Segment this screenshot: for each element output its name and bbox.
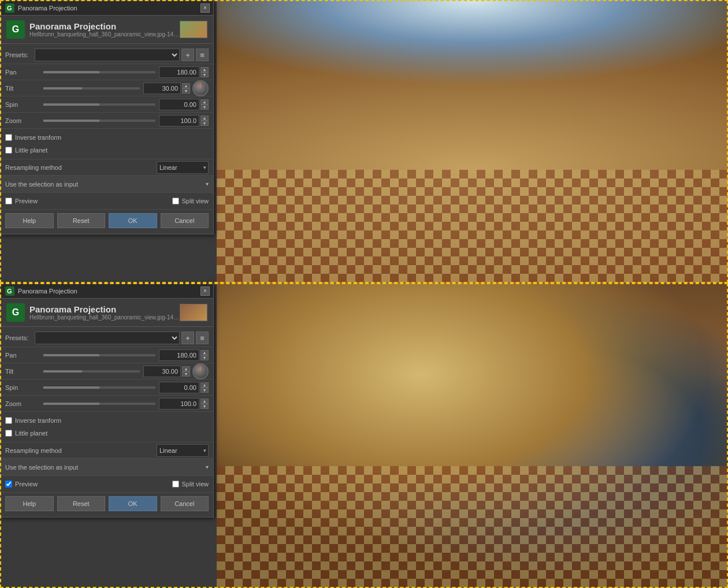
top-splitview-label: Split view (182, 198, 209, 204)
top-header-icon: G (6, 20, 25, 39)
top-spin-up[interactable]: ▲ (200, 99, 209, 105)
bottom-pan-value[interactable] (159, 349, 199, 361)
bottom-presets-add[interactable]: + (181, 332, 194, 344)
bottom-pan-fill (43, 354, 99, 356)
floor-pattern-bottom (217, 466, 728, 588)
bottom-planet-label: Little planet (15, 430, 47, 437)
bottom-zoom-up[interactable]: ▲ (200, 399, 209, 404)
bottom-pan-up[interactable]: ▲ (200, 350, 209, 355)
bottom-spin-track[interactable] (43, 386, 155, 389)
top-inverse-checkbox[interactable] (5, 134, 12, 141)
top-zoom-down[interactable]: ▼ (200, 121, 209, 126)
bottom-help-button[interactable]: Help (5, 496, 54, 511)
bottom-tilt-row: Tilt ▲ ▼ (1, 363, 213, 379)
bottom-ok-button[interactable]: OK (109, 496, 157, 511)
top-pan-down[interactable]: ▼ (200, 72, 209, 77)
bottom-presets-select[interactable] (35, 332, 180, 344)
bottom-spin-value[interactable] (159, 382, 199, 393)
bottom-pan-row: Pan ▲ ▼ (1, 347, 213, 363)
bottom-planet-row: Little planet (1, 427, 213, 440)
bottom-dialog-body: Presets: + ≡ Pan ▲ ▼ Tilt (1, 327, 213, 517)
top-tilt-up[interactable]: ▲ (182, 83, 190, 88)
bottom-zoom-fill (43, 403, 99, 405)
top-tilt-dial[interactable] (192, 80, 209, 96)
top-resampling-row: Resampling method Linear Cubic Lanczos ▾ (1, 159, 213, 176)
bottom-splitview-checkbox[interactable] (172, 481, 179, 487)
bottom-selection-arrow: ▾ (206, 464, 209, 470)
bottom-inverse-checkbox[interactable] (5, 417, 12, 424)
bottom-pan-down[interactable]: ▼ (200, 355, 209, 360)
top-spin-value[interactable] (159, 99, 199, 110)
top-dialog-body: Presets: + ≡ Pan ▲ ▼ Tilt (1, 44, 213, 234)
bottom-header-icon: G (6, 303, 25, 322)
top-ok-button[interactable]: OK (109, 213, 157, 228)
top-presets-menu[interactable]: ≡ (196, 49, 209, 61)
floor-pattern-top (217, 170, 728, 283)
top-planet-checkbox[interactable] (5, 147, 12, 154)
panel-area-bottom: G Panorama Projection × G Panorama Proje… (0, 283, 217, 588)
bottom-tilt-track[interactable] (43, 370, 140, 373)
bottom-pan-track[interactable] (43, 354, 155, 356)
bottom-tilt-spinner: ▲ ▼ (182, 366, 190, 377)
bottom-tilt-up[interactable]: ▲ (182, 366, 190, 371)
bottom-resampling-select[interactable]: Linear Cubic Lanczos (157, 444, 209, 457)
top-dialog-header: G Panorama Projection Hellbrunn_banqueti… (1, 16, 213, 44)
top-planet-row: Little planet (1, 144, 213, 157)
bottom-spin-fill (43, 386, 99, 389)
top-splitview-checkbox[interactable] (172, 198, 179, 204)
top-spin-track[interactable] (43, 103, 155, 106)
bottom-zoom-value[interactable] (159, 398, 199, 410)
bottom-resampling-wrap: Linear Cubic Lanczos ▾ (157, 444, 209, 457)
bottom-pan-spinner: ▲ ▼ (200, 350, 209, 360)
bottom-planet-checkbox[interactable] (5, 430, 12, 437)
bottom-tilt-dial[interactable] (192, 363, 209, 379)
bottom-spin-spinner: ▲ ▼ (200, 382, 209, 393)
top-presets-add[interactable]: + (181, 49, 194, 61)
bottom-spin-up[interactable]: ▲ (200, 382, 209, 388)
top-tilt-label: Tilt (5, 85, 40, 92)
top-resampling-wrap: Linear Cubic Lanczos ▾ (157, 161, 209, 174)
top-tilt-value[interactable] (143, 83, 181, 94)
top-pan-value[interactable] (159, 66, 199, 78)
top-cancel-button[interactable]: Cancel (161, 213, 209, 228)
top-spin-down[interactable]: ▼ (200, 105, 209, 110)
top-pan-track[interactable] (43, 71, 155, 73)
bottom-title-text: Panorama Projection (18, 288, 77, 295)
top-tilt-down[interactable]: ▼ (182, 88, 190, 94)
bottom-zoom-track[interactable] (43, 403, 155, 405)
top-pan-up[interactable]: ▲ (200, 67, 209, 72)
top-presets-select[interactable] (35, 49, 180, 61)
top-close-button[interactable]: × (200, 3, 210, 13)
top-tilt-track[interactable] (43, 87, 140, 90)
bottom-selection-row[interactable]: Use the selection as input ▾ (1, 459, 213, 476)
top-help-button[interactable]: Help (5, 213, 54, 228)
bottom-zoom-spinner: ▲ ▼ (200, 399, 209, 409)
bottom-preview-row: Preview Split view (1, 476, 213, 492)
top-spin-label: Spin (5, 101, 40, 108)
top-tilt-spinner: ▲ ▼ (182, 83, 190, 94)
top-zoom-value[interactable] (159, 115, 199, 126)
bottom-tilt-value[interactable] (143, 366, 181, 377)
bottom-preview-checkbox[interactable] (5, 481, 12, 487)
top-inverse-row: Inverse tranform (1, 131, 213, 144)
top-pan-spinner: ▲ ▼ (200, 67, 209, 77)
bottom-spin-down[interactable]: ▼ (200, 388, 209, 393)
top-selection-row[interactable]: Use the selection as input ▾ (1, 176, 213, 193)
bottom-presets-menu[interactable]: ≡ (196, 332, 209, 344)
bottom-cancel-button[interactable]: Cancel (161, 496, 209, 511)
top-reset-button[interactable]: Reset (57, 213, 106, 228)
top-header-thumb (180, 21, 207, 38)
top-zoom-up[interactable]: ▲ (200, 116, 209, 121)
top-resampling-select[interactable]: Linear Cubic Lanczos (157, 161, 209, 174)
bottom-zoom-down[interactable]: ▼ (200, 404, 209, 409)
top-spin-fill (43, 103, 99, 106)
bottom-close-button[interactable]: × (200, 286, 210, 296)
top-zoom-track[interactable] (43, 120, 155, 122)
bottom-reset-button[interactable]: Reset (57, 496, 106, 511)
top-tilt-row: Tilt ▲ ▼ (1, 80, 213, 96)
top-preview-checkbox[interactable] (5, 198, 12, 204)
bottom-tilt-label: Tilt (5, 368, 40, 375)
bottom-title-icon: G (5, 286, 14, 296)
bottom-dialog-header: G Panorama Projection Hellbrunn_banqueti… (1, 299, 213, 327)
bottom-tilt-down[interactable]: ▼ (182, 371, 190, 377)
